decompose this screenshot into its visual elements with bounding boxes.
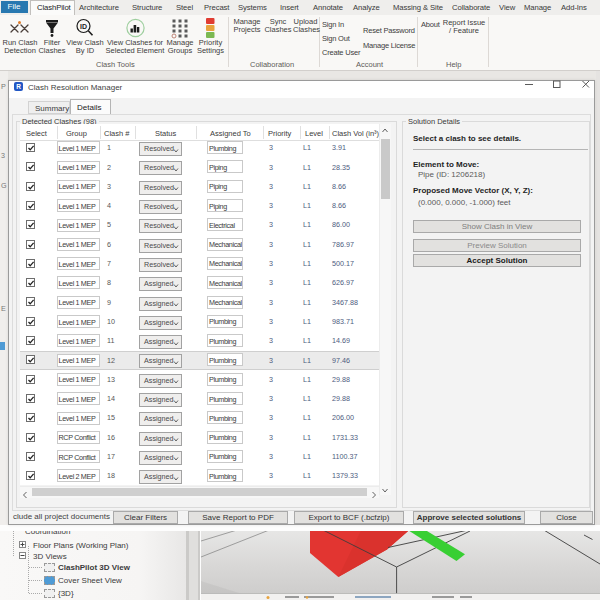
svg-text:ID: ID — [80, 23, 87, 30]
